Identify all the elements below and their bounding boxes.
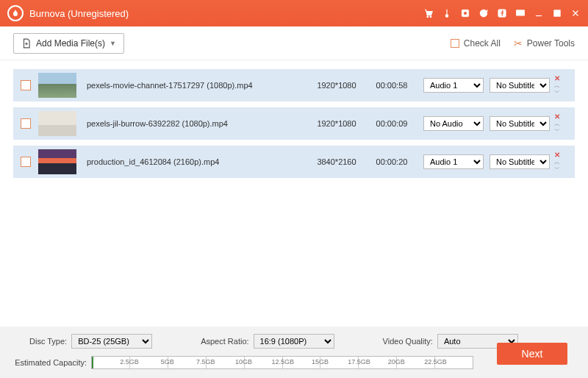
duration: 00:00:09 xyxy=(366,119,417,128)
svg-point-0 xyxy=(426,16,428,18)
move-up-icon[interactable]: ︿ xyxy=(554,160,560,165)
svg-point-1 xyxy=(430,16,431,18)
capacity-tick: 2.5GB xyxy=(92,357,130,368)
aspect-ratio-select[interactable]: 16:9 (1080P) xyxy=(254,334,334,349)
disc-type-select[interactable]: BD-25 (25GB) xyxy=(71,334,152,349)
media-item[interactable]: pexels-movie-channet-17517297 (1080p).mp… xyxy=(13,69,575,101)
add-media-label: Add Media File(s) xyxy=(36,38,105,49)
capacity-tick: 22.5GB xyxy=(397,357,435,368)
media-item[interactable]: production_id_4612084 (2160p).mp43840*21… xyxy=(13,146,575,178)
toolbar: Add Media File(s) ▼ Check All ✂ Power To… xyxy=(0,26,588,60)
resolution: 1920*1080 xyxy=(307,81,366,90)
svg-point-2 xyxy=(445,15,448,18)
add-media-button[interactable]: Add Media File(s) ▼ xyxy=(13,33,124,54)
menu-icon[interactable] xyxy=(514,8,526,19)
move-down-icon[interactable]: ﹀ xyxy=(554,166,560,172)
item-checkbox[interactable] xyxy=(21,157,31,167)
filename: pexels-jil-burrow-6392282 (1080p).mp4 xyxy=(87,119,307,128)
duration: 00:00:58 xyxy=(366,81,417,90)
item-checkbox[interactable] xyxy=(21,118,31,129)
media-item[interactable]: pexels-jil-burrow-6392282 (1080p).mp4192… xyxy=(13,107,575,140)
aspect-ratio-label: Aspect Ratio: xyxy=(201,337,248,346)
audio-select[interactable]: Audio 1 xyxy=(423,154,484,169)
remove-icon[interactable]: ✕ xyxy=(554,151,560,159)
remove-icon[interactable]: ✕ xyxy=(554,75,560,82)
minimize-icon[interactable] xyxy=(533,8,544,19)
chevron-down-icon: ▼ xyxy=(110,40,116,47)
move-down-icon[interactable]: ﹀ xyxy=(554,90,560,96)
move-up-icon[interactable]: ︿ xyxy=(554,83,560,89)
disc-type-label: Disc Type: xyxy=(29,337,67,346)
check-all-toggle[interactable]: Check All xyxy=(451,38,501,49)
video-quality-label: Video Quality: xyxy=(383,337,433,346)
tools-icon: ✂ xyxy=(514,38,523,49)
capacity-bar: 2.5GB5GB7.5GB10GB12.5GB15GB17.5GB20GB22.… xyxy=(91,356,473,369)
cart-icon[interactable] xyxy=(423,8,434,19)
svg-rect-6 xyxy=(516,10,524,15)
capacity-label: Estimated Capacity: xyxy=(13,358,87,367)
move-down-icon[interactable]: ﹀ xyxy=(554,128,560,134)
capacity-tick: 5GB xyxy=(130,357,168,368)
next-button[interactable]: Next xyxy=(497,343,567,365)
subtitle-select[interactable]: No Subtitle xyxy=(490,78,550,93)
subtitle-select[interactable]: No Subtitle xyxy=(490,116,550,131)
capacity-tick: 17.5GB xyxy=(320,357,359,368)
close-icon[interactable] xyxy=(570,8,581,19)
maximize-icon[interactable] xyxy=(551,8,562,19)
capacity-tick: 7.5GB xyxy=(168,357,207,368)
window-title: Burnova (Unregistered) xyxy=(29,8,129,19)
remove-icon[interactable]: ✕ xyxy=(554,113,560,121)
thermometer-icon[interactable] xyxy=(441,8,452,19)
title-bar: Burnova (Unregistered) xyxy=(0,0,588,26)
disc-icon[interactable] xyxy=(459,8,470,19)
capacity-tick: 12.5GB xyxy=(245,357,283,368)
add-file-icon xyxy=(21,38,32,49)
audio-select[interactable]: Audio 1 xyxy=(423,78,484,93)
media-list: pexels-movie-channet-17517297 (1080p).mp… xyxy=(0,60,588,187)
power-tools-button[interactable]: ✂ Power Tools xyxy=(514,38,575,49)
svg-point-4 xyxy=(463,12,467,15)
thumbnail xyxy=(38,149,76,174)
capacity-tick: 20GB xyxy=(359,357,397,368)
audio-select[interactable]: No Audio xyxy=(423,116,484,131)
thumbnail xyxy=(38,73,76,98)
facebook-icon[interactable] xyxy=(496,8,507,19)
checkbox-icon xyxy=(451,39,459,48)
subtitle-select[interactable]: No Subtitle xyxy=(490,154,550,169)
thumbnail xyxy=(38,111,76,136)
resolution: 3840*2160 xyxy=(307,157,366,166)
item-checkbox[interactable] xyxy=(21,80,31,90)
filename: production_id_4612084 (2160p).mp4 xyxy=(87,157,307,166)
capacity-tick: 10GB xyxy=(207,357,245,368)
capacity-tick: 15GB xyxy=(283,357,321,368)
duration: 00:00:20 xyxy=(366,157,417,166)
move-up-icon[interactable]: ︿ xyxy=(554,121,560,127)
svg-rect-10 xyxy=(553,10,559,16)
resolution: 1920*1080 xyxy=(307,119,366,128)
app-logo xyxy=(7,5,24,21)
check-all-label: Check All xyxy=(464,38,501,49)
refresh-icon[interactable] xyxy=(478,8,489,19)
capacity-tick xyxy=(435,357,473,368)
filename: pexels-movie-channet-17517297 (1080p).mp… xyxy=(87,81,307,90)
bottom-panel: Disc Type: BD-25 (25GB) Aspect Ratio: 16… xyxy=(0,327,588,378)
power-tools-label: Power Tools xyxy=(527,38,575,49)
